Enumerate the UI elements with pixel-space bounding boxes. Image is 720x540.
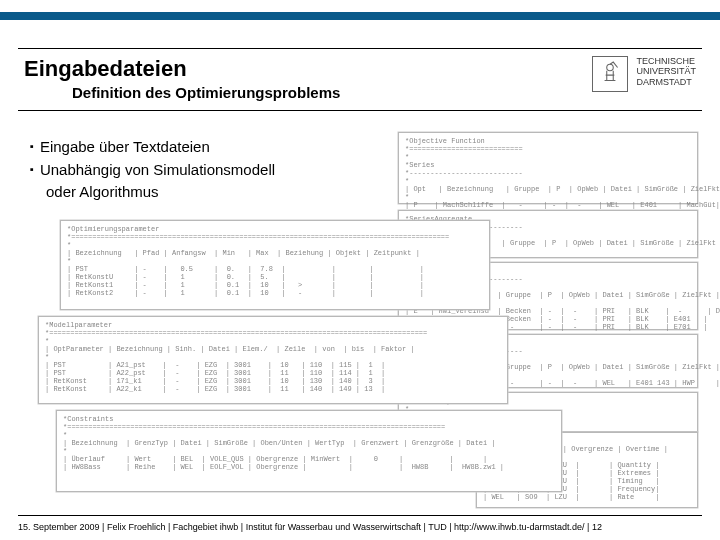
page-title: Eingabedateien [24, 56, 187, 82]
logo-line1: TECHNISCHE [636, 56, 696, 66]
panel-optimierungsparameter: *Optimierungsparameter *================… [60, 220, 490, 310]
panel-objective-function: *Objective Function *===================… [398, 132, 698, 204]
panel-constraints: *Constraints *==========================… [56, 410, 562, 492]
header-rule [18, 48, 702, 49]
logo-line3: DARMSTADT [636, 77, 696, 87]
bullet-list: Eingabe über Textdateien Unabhängig von … [30, 136, 275, 204]
panel-modellparameter: *Modellparameter *======================… [38, 316, 508, 404]
bullet-2-cont: oder Algorithmus [30, 181, 275, 204]
page-subtitle: Definition des Optimierungsproblems [72, 84, 340, 101]
svg-point-0 [607, 64, 614, 71]
footer-rule [18, 515, 702, 516]
slide: Eingabedateien Definition des Optimierun… [0, 0, 720, 540]
logo-text: TECHNISCHE UNIVERSITÄT DARMSTADT [636, 56, 696, 87]
logo-line2: UNIVERSITÄT [636, 66, 696, 76]
bullet-1: Eingabe über Textdateien [30, 136, 275, 159]
subheader-rule [18, 110, 702, 111]
footer-text: 15. September 2009 | Felix Froehlich | F… [18, 522, 702, 532]
top-accent-bar [0, 12, 720, 20]
athena-icon [592, 56, 628, 92]
bullet-2: Unabhängig von Simulationsmodell [30, 159, 275, 182]
university-logo: TECHNISCHE UNIVERSITÄT DARMSTADT [592, 56, 696, 92]
